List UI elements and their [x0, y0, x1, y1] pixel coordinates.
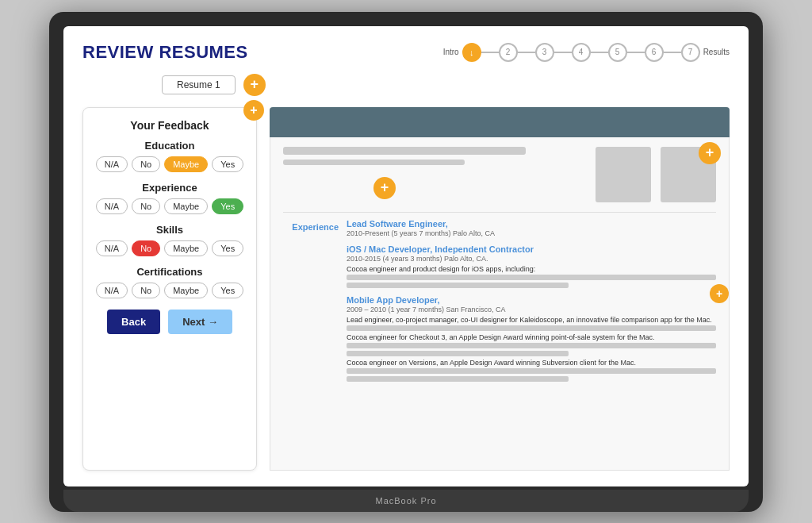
job-desc-3b: Cocoa engineer for Checkout 3, an Apple … — [347, 333, 716, 341]
skills-no-btn[interactable]: No — [132, 240, 160, 256]
resume-tabs: Resume 1 + — [82, 74, 730, 96]
resume-tab-1[interactable]: Resume 1 — [162, 75, 236, 94]
job-meta-1: 2010-Present (5 years 7 months) Palo Alt… — [347, 229, 716, 237]
education-rating-row: N/A No Maybe Yes — [94, 156, 245, 172]
skills-na-btn[interactable]: N/A — [96, 240, 128, 256]
certifications-na-btn[interactable]: N/A — [96, 283, 128, 298]
name-line-1 — [283, 147, 526, 155]
main-layout: + Your Feedback Education N/A No Maybe Y… — [82, 107, 730, 471]
experience-yes-btn[interactable]: Yes — [212, 198, 243, 214]
job-desc-3a: Lead engineer, co-project manager, co-UI… — [347, 316, 716, 324]
progress-bar: Intro ↓ 2 3 4 5 6 7 Results — [443, 43, 730, 62]
certifications-maybe-btn[interactable]: Maybe — [164, 283, 208, 298]
resume-photo-1 — [596, 147, 651, 202]
step-4[interactable]: 4 — [572, 43, 591, 62]
certifications-section-label: Certifications — [94, 266, 245, 278]
resume-top-section — [283, 147, 716, 202]
job-desc-2: Cocoa engineer and product design for iO… — [347, 265, 716, 273]
desc-ph-2-1 — [347, 275, 716, 280]
job-meta-2: 2010-2015 (4 years 3 months) Palo Alto, … — [347, 255, 716, 263]
add-section-btn-3[interactable]: + — [710, 284, 729, 303]
certifications-yes-btn[interactable]: Yes — [212, 283, 243, 298]
feedback-add-button[interactable]: + — [243, 100, 264, 121]
job-meta-3: 2009 – 2010 (1 year 7 months) San Franci… — [347, 306, 716, 313]
feedback-title: Your Feedback — [94, 119, 245, 132]
nav-buttons: Back Next → — [94, 310, 245, 334]
experience-label: Experience — [292, 222, 339, 232]
resume-preview: + + Experience Lead Software Engineer, — [270, 107, 730, 471]
job-title-2: iOS / Mac Developer, Independent Contrac… — [347, 244, 716, 254]
experience-section-label: Experience — [94, 182, 245, 194]
divider-1 — [283, 212, 716, 213]
add-section-btn-2[interactable]: + — [699, 142, 721, 164]
desc-ph-3-5 — [347, 376, 569, 382]
job-title-1: Lead Software Engineer, — [347, 219, 716, 229]
step-line-3 — [554, 52, 572, 53]
education-maybe-btn[interactable]: Maybe — [164, 156, 208, 172]
skills-yes-btn[interactable]: Yes — [212, 240, 243, 256]
desc-ph-3-2 — [347, 343, 716, 348]
resume-body: + + Experience Lead Software Engineer, — [270, 137, 730, 471]
add-section-btn-1[interactable]: + — [373, 177, 396, 199]
step-7[interactable]: 7 — [681, 43, 700, 62]
experience-label-col: Experience — [283, 219, 339, 384]
education-na-btn[interactable]: N/A — [96, 156, 128, 172]
screen-content: REVIEW RESUMES Intro ↓ 2 3 4 5 6 — [63, 26, 749, 486]
experience-no-btn[interactable]: No — [132, 198, 160, 214]
header: REVIEW RESUMES Intro ↓ 2 3 4 5 6 — [82, 42, 730, 63]
resume-name-placeholder — [283, 147, 586, 202]
step-1-icon: ↓ — [469, 48, 474, 57]
laptop-screen: REVIEW RESUMES Intro ↓ 2 3 4 5 6 — [63, 26, 749, 486]
step-5[interactable]: 5 — [608, 43, 627, 62]
next-button[interactable]: Next → — [168, 310, 232, 334]
experience-content: Lead Software Engineer, 2010-Present (5 … — [347, 219, 716, 384]
education-section-label: Education — [94, 140, 245, 152]
job-title-3: Mobile App Developer, — [347, 295, 716, 305]
laptop-base: MacBook Pro — [63, 490, 749, 512]
education-no-btn[interactable]: No — [132, 156, 160, 172]
step-1[interactable]: ↓ — [462, 43, 481, 62]
step-2[interactable]: 2 — [499, 43, 518, 62]
step-line-2 — [518, 52, 535, 53]
desc-ph-3-3 — [347, 351, 569, 356]
intro-label: Intro — [443, 48, 459, 56]
laptop-base-label: MacBook Pro — [375, 496, 436, 506]
name-line-2 — [283, 160, 465, 165]
results-label: Results — [703, 48, 730, 56]
experience-na-btn[interactable]: N/A — [96, 198, 128, 214]
back-button[interactable]: Back — [107, 310, 160, 334]
desc-ph-2-2 — [347, 283, 569, 288]
feedback-panel: + Your Feedback Education N/A No Maybe Y… — [82, 107, 257, 471]
step-3[interactable]: 3 — [535, 43, 554, 62]
step-line-4 — [591, 52, 608, 53]
skills-maybe-btn[interactable]: Maybe — [164, 240, 208, 256]
experience-rating-row: N/A No Maybe Yes — [94, 198, 245, 214]
certifications-rating-row: N/A No Maybe Yes — [94, 283, 245, 298]
add-resume-button[interactable]: + — [243, 74, 266, 96]
app-title: REVIEW RESUMES — [82, 42, 248, 63]
desc-ph-3-1 — [347, 325, 716, 331]
experience-section: Experience Lead Software Engineer, 2010-… — [283, 219, 716, 384]
laptop-outer: REVIEW RESUMES Intro ↓ 2 3 4 5 6 — [49, 12, 763, 512]
resume-header-bar — [270, 107, 730, 137]
education-yes-btn[interactable]: Yes — [212, 156, 243, 172]
experience-maybe-btn[interactable]: Maybe — [164, 198, 208, 214]
step-line-5 — [627, 52, 645, 53]
step-line-6 — [664, 52, 681, 53]
certifications-no-btn[interactable]: No — [132, 283, 160, 298]
skills-section-label: Skills — [94, 224, 245, 236]
skills-rating-row: N/A No Maybe Yes — [94, 240, 245, 256]
step-6[interactable]: 6 — [645, 43, 664, 62]
desc-ph-3-4 — [347, 368, 716, 374]
step-line-1 — [481, 52, 499, 53]
job-desc-3c: Cocoa engineer on Versions, an Apple Des… — [347, 359, 716, 367]
